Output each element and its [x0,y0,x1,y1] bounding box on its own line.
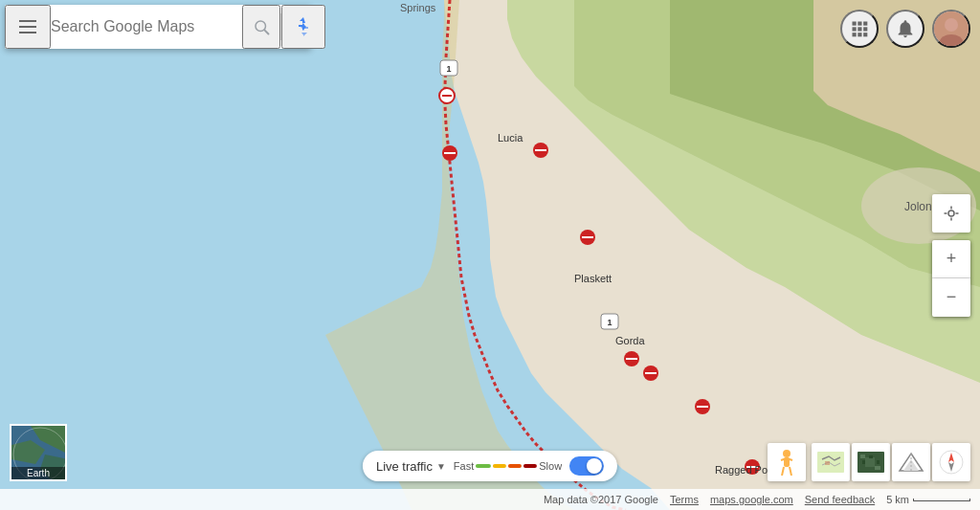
feedback-link[interactable]: Send feedback [805,494,875,505]
user-avatar [934,11,969,46]
traffic-very-slow-bar [523,464,537,468]
svg-text:Plaskett: Plaskett [574,273,612,284]
svg-text:1: 1 [446,64,451,74]
svg-text:1: 1 [607,318,612,327]
svg-text:Lucia: Lucia [498,132,523,144]
compass-button[interactable] [932,443,970,481]
default-map-button[interactable] [812,443,850,481]
svg-rect-45 [853,33,857,36]
scale-line [913,499,970,501]
traffic-fast-label: Fast [454,460,474,472]
svg-rect-74 [860,455,865,458]
svg-point-51 [948,211,954,216]
locate-button[interactable] [932,194,970,233]
traffic-moderate-bar [493,464,506,468]
satellite-button[interactable] [852,443,890,481]
svg-rect-44 [863,27,867,31]
svg-rect-46 [858,33,861,36]
svg-rect-35 [19,26,36,28]
pegman-button[interactable] [768,443,806,481]
search-button[interactable] [242,5,280,49]
svg-rect-36 [19,32,36,33]
traffic-toggle-switch[interactable] [569,456,604,476]
svg-point-61 [783,450,791,457]
earth-toggle-button[interactable]: Earth [10,424,67,481]
svg-rect-67 [817,452,844,473]
svg-rect-34 [19,20,36,22]
scale-label: 5 km [886,494,909,505]
terms-link[interactable]: Terms [670,494,699,505]
map-controls: + − [932,194,970,317]
earth-label: Earth [11,467,65,479]
zoom-in-button[interactable]: + [932,240,970,278]
status-bar: Map data ©2017 Google Terms maps.google.… [0,489,980,510]
earth-thumbnail-container: Earth [10,424,67,481]
svg-rect-71 [869,455,873,458]
traffic-toggle-label[interactable]: Live traffic ▼ [376,459,446,474]
zoom-out-button[interactable]: − [932,278,970,317]
directions-button[interactable] [281,5,325,49]
svg-rect-72 [862,460,865,464]
svg-rect-75 [875,466,880,470]
search-bar [5,5,311,49]
svg-text:Jolon: Jolon [904,200,932,213]
svg-rect-73 [877,460,880,464]
traffic-slow-label: Slow [539,460,562,472]
traffic-text: Live traffic [376,459,433,474]
copyright-text: Map data ©2017 Google [544,494,658,505]
maps-url-link[interactable]: maps.google.com [710,494,793,505]
svg-rect-39 [853,22,857,26]
svg-line-38 [264,30,268,33]
top-right-controls [840,10,970,48]
traffic-chevron-icon: ▼ [436,461,446,472]
svg-rect-41 [863,22,867,26]
traffic-legend: Live traffic ▼ Fast Slow [363,451,617,481]
traffic-free-bar [476,464,491,468]
svg-rect-42 [853,27,857,31]
hamburger-button[interactable] [5,5,51,49]
svg-rect-68 [825,461,830,465]
user-avatar-button[interactable] [932,10,970,48]
svg-rect-43 [858,27,861,31]
svg-text:Gorda: Gorda [615,335,645,346]
apps-button[interactable] [840,10,879,48]
svg-rect-70 [865,457,875,467]
tilt-button[interactable] [892,443,930,481]
scale-bar: 5 km [886,494,970,505]
toggle-circle [587,458,602,474]
svg-line-65 [782,467,784,476]
notifications-button[interactable] [886,10,924,48]
layer-controls [768,443,970,481]
svg-rect-40 [858,22,861,26]
map-container[interactable]: 1 1 Lucia Plaskett Gorda Jolon Ragged Po… [0,0,980,510]
svg-text:Springs: Springs [400,2,436,13]
svg-line-66 [790,467,791,476]
traffic-scale: Fast Slow [454,460,562,472]
svg-rect-47 [863,33,867,36]
svg-point-49 [945,18,958,32]
traffic-slow-bar [508,464,522,468]
search-input[interactable] [51,18,242,35]
